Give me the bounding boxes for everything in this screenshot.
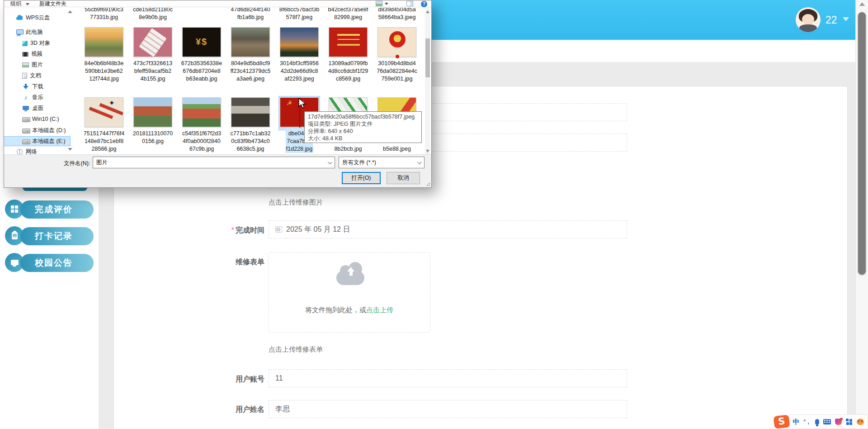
drive-icon: [22, 116, 29, 122]
cloud-icon: [16, 14, 23, 21]
input-method-toolbar: 中 °，: [788, 415, 868, 429]
punctuation-icon[interactable]: °，: [803, 418, 811, 426]
scrollbar-thumb[interactable]: [425, 38, 430, 77]
file-thumbnail-campus2: [133, 97, 172, 127]
skin-icon[interactable]: [835, 419, 842, 425]
file-item[interactable]: 47d6d8244f140fb1a6b.jpg: [226, 8, 275, 21]
file-item[interactable]: ¥$672b35356338e676db87204e8b63eabb.jpg: [177, 26, 226, 83]
filetype-select[interactable]: 所有文件 (*.*): [339, 157, 425, 168]
file-item[interactable]: 804e9d5bd8cf9ff23c412379dc5a3ae6.jpeg: [226, 26, 275, 83]
file-item[interactable]: 8f6bcc57bacf3b578f7.jpeg: [275, 8, 324, 21]
help-icon[interactable]: ?: [421, 1, 427, 7]
file-item[interactable]: c771bb7c1ab320c83f9b4734c06638c5.jpg: [226, 96, 275, 153]
file-item[interactable]: 3014bf3cff595642d2de66d9c8af2293.jpeg: [275, 26, 324, 83]
file-item[interactable]: 30109b4d8bd476da082284e4c759e001.jpg: [373, 26, 421, 83]
upload-image-box-edge: [269, 188, 431, 189]
file-item[interactable]: 55cb9f69190c377331b.jpg: [80, 8, 128, 21]
toolbox-icon[interactable]: [846, 419, 853, 425]
mouse-cursor-icon: [298, 98, 308, 111]
filename-input[interactable]: 图片: [93, 157, 335, 168]
finish-time-input[interactable]: 2025 年 05 月 12 日: [269, 220, 627, 238]
video-icon: [22, 52, 28, 57]
upload-link[interactable]: 点击上传: [366, 306, 393, 314]
sidebar-item-2[interactable]: 打卡记录: [0, 226, 94, 246]
file-name: 751517447f76f4148e87bc1ebf828566.jpg: [80, 130, 128, 153]
resize-grip[interactable]: [425, 181, 430, 186]
file-item[interactable]: 473c7f3326613bfeff59acaf5b24b155.jpg: [128, 26, 177, 83]
emoji-icon[interactable]: [857, 419, 864, 425]
microphone-icon[interactable]: [815, 419, 819, 425]
file-name: 30109b4d8bd476da082284e4c759e001.jpg: [373, 60, 421, 83]
preview-pane-icon[interactable]: [406, 1, 413, 6]
nav-item-本地磁盘 (D:)[interactable]: 本地磁盘 (D:): [4, 126, 70, 135]
nav-item-本地磁盘 (E:)[interactable]: 本地磁盘 (E:): [4, 137, 70, 146]
sidebar-item-hidden[interactable]: [23, 187, 87, 191]
file-list-scrollbar[interactable]: [425, 8, 430, 155]
drive-icon: [22, 138, 29, 144]
file-name: cde158d21180c8e9b0b.jpg: [128, 8, 177, 21]
nav-item-Win10 (C:)[interactable]: Win10 (C:): [4, 114, 70, 124]
sidebar-item-label: 校园公告: [20, 254, 94, 272]
nav-scroll-up-icon[interactable]: [68, 10, 72, 13]
view-mode-caret-icon[interactable]: [385, 3, 388, 5]
page-scrollbar[interactable]: [855, 0, 868, 429]
file-item[interactable]: c54f351f67f2d34f0ab000f284067c9b.jpg: [177, 96, 226, 153]
nav-item-label: Win10 (C:): [32, 116, 59, 122]
nav-item-视频[interactable]: 视频: [4, 49, 70, 58]
dialog-footer: 文件名(N): 图片 所有文件 (*.*) 打开(O) 取消: [4, 154, 431, 187]
file-item[interactable]: 84e0b6bf48b3e590bb1e3be6212f744d.jpg: [80, 26, 128, 83]
sidebar-item-3[interactable]: 校园公告: [0, 253, 94, 273]
user-menu-caret-icon[interactable]: [843, 17, 849, 21]
file-name: 13089ad0799fb4d8cc6dcbf1f29c8569.jpg: [324, 60, 373, 83]
scrollbar-thumb[interactable]: [858, 12, 866, 275]
avatar[interactable]: [796, 7, 821, 32]
file-tooltip: 17d7e99dc20a58f6bcc57bacf3b578f7.jpeg 项目…: [304, 111, 422, 143]
username[interactable]: 22: [826, 14, 837, 26]
sidebar-item-1[interactable]: 完成评价: [0, 200, 94, 219]
repair-form-label: 维修表单: [210, 257, 264, 267]
chevron-down-icon[interactable]: [328, 160, 332, 164]
file-thumbnail-red-book: [329, 27, 368, 57]
file-item[interactable]: 20181113100700156.jpg: [128, 96, 177, 153]
nav-item-文档[interactable]: 文档: [4, 71, 70, 80]
scroll-down-icon[interactable]: [426, 150, 429, 153]
cancel-button[interactable]: 取消: [387, 172, 420, 184]
chinese-mode-icon[interactable]: 中: [793, 418, 799, 426]
chevron-down-icon[interactable]: [417, 160, 422, 164]
file-thumbnail-chart-down: [85, 97, 123, 127]
download-icon: [22, 83, 29, 90]
nav-item-label: 图片: [32, 61, 43, 69]
keyboard-icon[interactable]: [823, 419, 831, 424]
nav-item-此电脑[interactable]: 此电脑: [4, 28, 70, 37]
tooltip-filename: 17d7e99dc20a58f6bcc57bacf3b578f7.jpeg: [308, 113, 418, 120]
nav-item-网络[interactable]: 网络: [4, 147, 70, 154]
file-item[interactable]: 751517447f76f4148e87bc1ebf828566.jpg: [80, 96, 128, 153]
nav-item-桌面[interactable]: 桌面: [4, 104, 70, 113]
nav-item-label: 下载: [32, 83, 43, 91]
account-input[interactable]: 11: [269, 369, 627, 387]
nav-item-下载[interactable]: 下载: [4, 82, 70, 91]
scroll-up-icon[interactable]: [859, 2, 865, 6]
upload-dropzone[interactable]: 将文件拖到此处，或点击上传: [268, 252, 430, 333]
nav-item-3D 对象[interactable]: 3D 对象: [4, 38, 70, 48]
file-item[interactable]: 13089ad0799fb4d8cc6dcbf1f29c8569.jpg: [324, 26, 373, 83]
file-item[interactable]: [177, 8, 226, 21]
nav-item-图片[interactable]: 图片: [4, 60, 70, 69]
sogou-logo[interactable]: S: [774, 415, 790, 429]
organize-caret-icon[interactable]: [26, 3, 29, 5]
nav-scroll-down-icon[interactable]: [68, 148, 72, 151]
organize-button[interactable]: 组织: [10, 0, 21, 7]
nav-item-label: WPS云盘: [26, 14, 50, 22]
nav-item-音乐[interactable]: ♪音乐: [4, 93, 70, 102]
file-item[interactable]: d839d4504d5a58664ba3.jpeg: [373, 8, 421, 21]
nav-item-label: 文档: [30, 72, 41, 80]
open-button[interactable]: 打开(O): [342, 172, 381, 184]
file-item[interactable]: b42cecf37a5e8f82999.jpeg: [324, 8, 373, 21]
upload-cloud-icon: [336, 271, 364, 285]
scroll-up-icon[interactable]: [426, 10, 429, 13]
name-input[interactable]: 李思: [269, 400, 627, 418]
file-item[interactable]: cde158d21180c8e9b0b.jpg: [128, 8, 177, 21]
new-folder-button[interactable]: 新建文件夹: [39, 0, 66, 7]
nav-item-WPS云盘[interactable]: WPS云盘: [4, 13, 70, 22]
view-mode-icon[interactable]: [376, 1, 382, 6]
